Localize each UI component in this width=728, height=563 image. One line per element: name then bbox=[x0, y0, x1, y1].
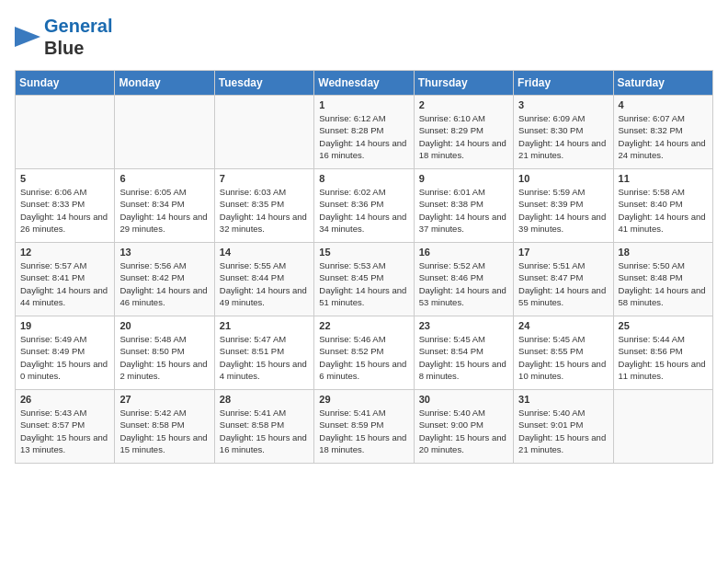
calendar-header-cell: Friday bbox=[514, 71, 613, 96]
day-info: Sunrise: 5:56 AM Sunset: 8:42 PM Dayligh… bbox=[119, 259, 209, 308]
calendar-cell: 7Sunrise: 6:03 AM Sunset: 8:35 PM Daylig… bbox=[214, 169, 313, 243]
day-number: 16 bbox=[419, 247, 508, 258]
day-info: Sunrise: 5:46 AM Sunset: 8:52 PM Dayligh… bbox=[319, 333, 408, 382]
day-number: 29 bbox=[319, 394, 408, 405]
day-number: 2 bbox=[419, 99, 508, 110]
day-number: 24 bbox=[518, 320, 608, 331]
calendar-cell: 17Sunrise: 5:51 AM Sunset: 8:47 PM Dayli… bbox=[514, 243, 613, 316]
calendar-header-row: SundayMondayTuesdayWednesdayThursdayFrid… bbox=[16, 71, 713, 96]
day-number: 20 bbox=[119, 320, 209, 331]
day-info: Sunrise: 6:02 AM Sunset: 8:36 PM Dayligh… bbox=[319, 186, 408, 235]
day-info: Sunrise: 6:03 AM Sunset: 8:35 PM Dayligh… bbox=[220, 186, 309, 235]
calendar-cell: 20Sunrise: 5:48 AM Sunset: 8:50 PM Dayli… bbox=[115, 316, 214, 390]
day-number: 28 bbox=[220, 394, 309, 405]
calendar-cell: 30Sunrise: 5:40 AM Sunset: 9:00 PM Dayli… bbox=[414, 390, 513, 464]
calendar-header-cell: Saturday bbox=[613, 71, 712, 96]
calendar-cell: 18Sunrise: 5:50 AM Sunset: 8:48 PM Dayli… bbox=[613, 243, 712, 316]
day-info: Sunrise: 5:44 AM Sunset: 8:56 PM Dayligh… bbox=[619, 333, 708, 382]
day-info: Sunrise: 6:01 AM Sunset: 8:38 PM Dayligh… bbox=[419, 186, 508, 235]
day-info: Sunrise: 5:55 AM Sunset: 8:44 PM Dayligh… bbox=[220, 259, 309, 308]
day-info: Sunrise: 5:53 AM Sunset: 8:45 PM Dayligh… bbox=[319, 259, 408, 308]
calendar-cell: 23Sunrise: 5:45 AM Sunset: 8:54 PM Dayli… bbox=[414, 316, 513, 390]
page-header: GeneralBlue bbox=[15, 15, 713, 59]
day-info: Sunrise: 5:57 AM Sunset: 8:41 PM Dayligh… bbox=[20, 259, 109, 308]
calendar-cell: 5Sunrise: 6:06 AM Sunset: 8:33 PM Daylig… bbox=[16, 169, 115, 243]
day-info: Sunrise: 6:05 AM Sunset: 8:34 PM Dayligh… bbox=[119, 186, 209, 235]
day-number: 4 bbox=[619, 99, 708, 110]
day-info: Sunrise: 6:10 AM Sunset: 8:29 PM Dayligh… bbox=[419, 112, 508, 161]
day-number: 17 bbox=[518, 247, 608, 258]
day-info: Sunrise: 5:40 AM Sunset: 9:00 PM Dayligh… bbox=[419, 407, 508, 455]
calendar-cell: 8Sunrise: 6:02 AM Sunset: 8:36 PM Daylig… bbox=[314, 169, 414, 243]
day-number: 1 bbox=[319, 99, 408, 110]
calendar-cell: 11Sunrise: 5:58 AM Sunset: 8:40 PM Dayli… bbox=[613, 169, 712, 243]
calendar-cell: 31Sunrise: 5:40 AM Sunset: 9:01 PM Dayli… bbox=[514, 390, 613, 464]
day-info: Sunrise: 5:40 AM Sunset: 9:01 PM Dayligh… bbox=[518, 407, 608, 455]
day-info: Sunrise: 6:12 AM Sunset: 8:28 PM Dayligh… bbox=[319, 112, 408, 161]
calendar-cell: 12Sunrise: 5:57 AM Sunset: 8:41 PM Dayli… bbox=[16, 243, 115, 316]
day-number: 9 bbox=[419, 173, 508, 184]
day-info: Sunrise: 6:09 AM Sunset: 8:30 PM Dayligh… bbox=[518, 112, 608, 161]
calendar-cell: 24Sunrise: 5:45 AM Sunset: 8:55 PM Dayli… bbox=[514, 316, 613, 390]
calendar-table: SundayMondayTuesdayWednesdayThursdayFrid… bbox=[15, 70, 713, 464]
calendar-week-row: 19Sunrise: 5:49 AM Sunset: 8:49 PM Dayli… bbox=[16, 316, 713, 390]
day-number: 22 bbox=[319, 320, 408, 331]
day-number: 11 bbox=[619, 173, 708, 184]
day-info: Sunrise: 5:51 AM Sunset: 8:47 PM Dayligh… bbox=[518, 259, 608, 308]
day-number: 6 bbox=[119, 173, 209, 184]
day-info: Sunrise: 5:45 AM Sunset: 8:55 PM Dayligh… bbox=[518, 333, 608, 382]
day-number: 13 bbox=[119, 247, 209, 258]
calendar-cell: 28Sunrise: 5:41 AM Sunset: 8:58 PM Dayli… bbox=[214, 390, 313, 464]
calendar-header-cell: Monday bbox=[115, 71, 214, 96]
logo-triangle-icon bbox=[15, 17, 40, 56]
calendar-cell bbox=[613, 390, 712, 464]
day-number: 23 bbox=[419, 320, 508, 331]
day-number: 30 bbox=[419, 394, 508, 405]
calendar-cell bbox=[214, 96, 313, 169]
day-number: 18 bbox=[619, 247, 708, 258]
day-number: 3 bbox=[518, 99, 608, 110]
day-info: Sunrise: 5:52 AM Sunset: 8:46 PM Dayligh… bbox=[419, 259, 508, 308]
day-info: Sunrise: 5:59 AM Sunset: 8:39 PM Dayligh… bbox=[518, 186, 608, 235]
calendar-cell bbox=[115, 96, 214, 169]
day-number: 14 bbox=[220, 247, 309, 258]
calendar-cell: 25Sunrise: 5:44 AM Sunset: 8:56 PM Dayli… bbox=[613, 316, 712, 390]
day-info: Sunrise: 5:49 AM Sunset: 8:49 PM Dayligh… bbox=[20, 333, 109, 382]
day-info: Sunrise: 5:42 AM Sunset: 8:58 PM Dayligh… bbox=[119, 407, 209, 455]
calendar-cell: 26Sunrise: 5:43 AM Sunset: 8:57 PM Dayli… bbox=[16, 390, 115, 464]
calendar-cell: 9Sunrise: 6:01 AM Sunset: 8:38 PM Daylig… bbox=[414, 169, 513, 243]
calendar-cell: 13Sunrise: 5:56 AM Sunset: 8:42 PM Dayli… bbox=[115, 243, 214, 316]
calendar-week-row: 12Sunrise: 5:57 AM Sunset: 8:41 PM Dayli… bbox=[16, 243, 713, 316]
day-info: Sunrise: 6:06 AM Sunset: 8:33 PM Dayligh… bbox=[20, 186, 109, 235]
day-info: Sunrise: 5:43 AM Sunset: 8:57 PM Dayligh… bbox=[20, 407, 109, 455]
day-number: 19 bbox=[20, 320, 109, 331]
calendar-cell: 1Sunrise: 6:12 AM Sunset: 8:28 PM Daylig… bbox=[314, 96, 414, 169]
calendar-header-cell: Tuesday bbox=[214, 71, 313, 96]
day-number: 15 bbox=[319, 247, 408, 258]
calendar-header-cell: Thursday bbox=[414, 71, 513, 96]
day-info: Sunrise: 5:48 AM Sunset: 8:50 PM Dayligh… bbox=[119, 333, 209, 382]
day-number: 31 bbox=[518, 394, 608, 405]
day-info: Sunrise: 5:41 AM Sunset: 8:59 PM Dayligh… bbox=[319, 407, 408, 455]
day-number: 25 bbox=[619, 320, 708, 331]
day-number: 27 bbox=[119, 394, 209, 405]
calendar-cell: 2Sunrise: 6:10 AM Sunset: 8:29 PM Daylig… bbox=[414, 96, 513, 169]
day-info: Sunrise: 5:58 AM Sunset: 8:40 PM Dayligh… bbox=[619, 186, 708, 235]
calendar-body: 1Sunrise: 6:12 AM Sunset: 8:28 PM Daylig… bbox=[16, 96, 713, 464]
calendar-cell: 22Sunrise: 5:46 AM Sunset: 8:52 PM Dayli… bbox=[314, 316, 414, 390]
day-number: 10 bbox=[518, 173, 608, 184]
logo-general: General bbox=[44, 15, 112, 37]
day-info: Sunrise: 5:47 AM Sunset: 8:51 PM Dayligh… bbox=[220, 333, 309, 382]
calendar-week-row: 26Sunrise: 5:43 AM Sunset: 8:57 PM Dayli… bbox=[16, 390, 713, 464]
calendar-cell: 3Sunrise: 6:09 AM Sunset: 8:30 PM Daylig… bbox=[514, 96, 613, 169]
logo: GeneralBlue bbox=[15, 15, 112, 59]
calendar-cell: 19Sunrise: 5:49 AM Sunset: 8:49 PM Dayli… bbox=[16, 316, 115, 390]
day-number: 8 bbox=[319, 173, 408, 184]
calendar-cell: 10Sunrise: 5:59 AM Sunset: 8:39 PM Dayli… bbox=[514, 169, 613, 243]
calendar-cell: 6Sunrise: 6:05 AM Sunset: 8:34 PM Daylig… bbox=[115, 169, 214, 243]
day-number: 21 bbox=[220, 320, 309, 331]
calendar-cell: 15Sunrise: 5:53 AM Sunset: 8:45 PM Dayli… bbox=[314, 243, 414, 316]
calendar-week-row: 1Sunrise: 6:12 AM Sunset: 8:28 PM Daylig… bbox=[16, 96, 713, 169]
svg-marker-0 bbox=[15, 27, 40, 47]
calendar-header-cell: Sunday bbox=[16, 71, 115, 96]
